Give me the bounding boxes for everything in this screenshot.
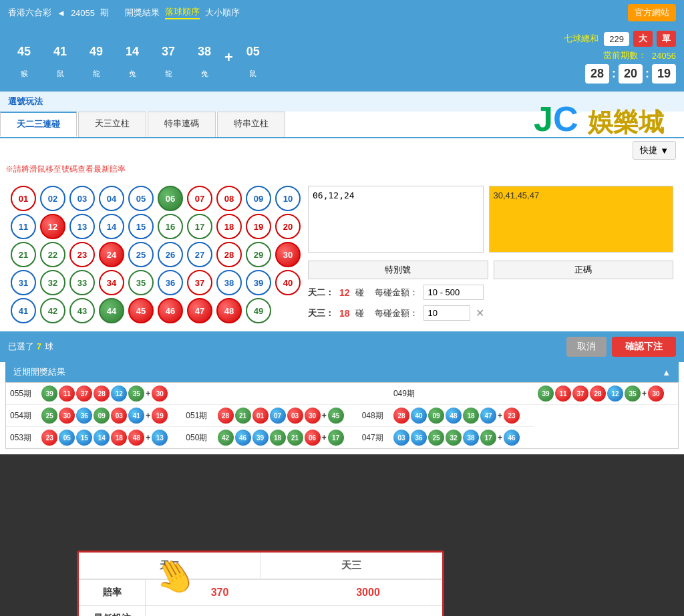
num-ball-01[interactable]: 01 bbox=[11, 186, 36, 211]
num-ball-39[interactable]: 39 bbox=[246, 270, 271, 295]
result-row-053: 053期 230515141848+13 050期 424639182106+1… bbox=[6, 427, 678, 449]
normal-box: 30,41,45,47 bbox=[489, 186, 674, 253]
num-ball-47[interactable]: 47 bbox=[187, 298, 212, 323]
num-ball-41[interactable]: 41 bbox=[11, 298, 36, 323]
tian2-amount-input[interactable] bbox=[423, 285, 484, 300]
num-ball-42[interactable]: 42 bbox=[40, 298, 65, 323]
num-ball-17[interactable]: 17 bbox=[187, 214, 212, 239]
num-ball-09[interactable]: 09 bbox=[246, 186, 271, 211]
num-ball-38[interactable]: 38 bbox=[216, 270, 242, 295]
label-row: 特別號 正碼 bbox=[308, 261, 673, 279]
num-ball-43[interactable]: 43 bbox=[69, 298, 95, 323]
r-ball-plus: 45 bbox=[328, 408, 344, 424]
popup-header-tian2: 天二 bbox=[79, 553, 261, 579]
num-ball-29[interactable]: 29 bbox=[246, 242, 271, 267]
ball-1[interactable]: 45 猴 bbox=[8, 36, 40, 79]
ball-3[interactable]: 49 龍 bbox=[80, 36, 112, 79]
num-ball-10[interactable]: 10 bbox=[275, 186, 301, 211]
quick-btn[interactable]: 快捷 ▼ bbox=[633, 141, 676, 160]
tab-tian2san[interactable]: 天二三連碰 bbox=[0, 112, 77, 137]
r-ball: 28 bbox=[393, 408, 409, 424]
tian3-amount-input[interactable] bbox=[423, 305, 470, 321]
r-ball: 36 bbox=[411, 430, 427, 446]
special-input[interactable]: 06,12,24 bbox=[308, 186, 484, 253]
num-ball-23[interactable]: 23 bbox=[69, 242, 95, 267]
num-ball-07[interactable]: 07 bbox=[187, 186, 212, 211]
num-ball-11[interactable]: 11 bbox=[11, 214, 36, 239]
tian3-clear-btn[interactable]: ✕ bbox=[476, 307, 484, 319]
num-ball-27[interactable]: 27 bbox=[187, 242, 212, 267]
num-ball-21[interactable]: 21 bbox=[11, 242, 36, 267]
ball-6[interactable]: 38 兔 bbox=[188, 36, 220, 79]
r-ball: 01 bbox=[252, 408, 269, 424]
r-ball: 07 bbox=[270, 408, 286, 424]
ball-7[interactable]: 05 鼠 bbox=[237, 36, 269, 79]
num-ball-45[interactable]: 45 bbox=[128, 298, 154, 323]
num-ball-44[interactable]: 44 bbox=[99, 298, 124, 323]
num-ball-40[interactable]: 40 bbox=[275, 270, 301, 295]
num-ball-20[interactable]: 20 bbox=[275, 214, 301, 239]
num-ball-14[interactable]: 14 bbox=[99, 214, 124, 239]
num-ball-36[interactable]: 36 bbox=[158, 270, 183, 295]
num-ball-19[interactable]: 19 bbox=[246, 214, 271, 239]
sum-label: 七球總和 bbox=[564, 33, 598, 45]
num-ball-05[interactable]: 05 bbox=[128, 186, 154, 211]
num-ball-22[interactable]: 22 bbox=[40, 242, 65, 267]
r-ball: 28 bbox=[590, 386, 606, 402]
ball-4[interactable]: 14 兔 bbox=[116, 36, 148, 79]
num-ball-08[interactable]: 08 bbox=[216, 186, 242, 211]
r-ball-plus: 19 bbox=[152, 408, 168, 424]
tian2-unit: 碰 bbox=[355, 287, 364, 299]
num-ball-16[interactable]: 16 bbox=[158, 214, 183, 239]
cancel-btn[interactable]: 取消 bbox=[566, 337, 607, 357]
confirm-btn[interactable]: 確認下注 bbox=[612, 337, 676, 357]
timer-colon-2: : bbox=[645, 67, 649, 81]
num-ball-33[interactable]: 33 bbox=[69, 270, 95, 295]
num-ball-49[interactable]: 49 bbox=[246, 298, 271, 323]
normal-label-btn[interactable]: 正碼 bbox=[494, 261, 674, 279]
blank-cell2 bbox=[214, 383, 358, 405]
nav-daxiaoshunxu[interactable]: 大小順序 bbox=[205, 7, 240, 19]
ball-5[interactable]: 37 龍 bbox=[152, 36, 184, 79]
num-ball-34[interactable]: 34 bbox=[99, 270, 124, 295]
r-ball: 32 bbox=[446, 430, 462, 446]
num-ball-15[interactable]: 15 bbox=[128, 214, 154, 239]
r-ball-plus: 30 bbox=[648, 386, 664, 402]
period-047: 047期 bbox=[358, 427, 389, 449]
r-ball: 39 bbox=[538, 386, 554, 402]
r-ball: 21 bbox=[287, 430, 303, 446]
period-num: 24055 bbox=[71, 8, 95, 18]
tab-tecshuallianma[interactable]: 特串連碼 bbox=[148, 112, 216, 137]
special-label-btn[interactable]: 特別號 bbox=[308, 261, 488, 279]
num-ball-18[interactable]: 18 bbox=[216, 214, 242, 239]
num-ball-37[interactable]: 37 bbox=[187, 270, 212, 295]
num-ball-02[interactable]: 02 bbox=[40, 186, 65, 211]
num-ball-31[interactable]: 31 bbox=[11, 270, 36, 295]
official-btn[interactable]: 官方網站 bbox=[628, 4, 676, 21]
num-ball-12[interactable]: 12 bbox=[40, 214, 65, 239]
num-ball-03[interactable]: 03 bbox=[69, 186, 95, 211]
nav-kaijiangjieguo[interactable]: 開獎結果 bbox=[125, 7, 160, 19]
num-ball-28[interactable]: 28 bbox=[216, 242, 242, 267]
tab-tian3lizhu[interactable]: 天三立柱 bbox=[78, 112, 146, 137]
period-label: 期 bbox=[100, 7, 109, 19]
nav-luoqiushunxu[interactable]: 落球順序 bbox=[165, 6, 200, 19]
num-ball-13[interactable]: 13 bbox=[69, 214, 95, 239]
num-ball-04[interactable]: 04 bbox=[99, 186, 124, 211]
r-ball: 39 bbox=[252, 430, 269, 446]
num-ball-30[interactable]: 30 bbox=[275, 242, 301, 267]
current-period: 24056 bbox=[652, 51, 676, 61]
ball-2[interactable]: 41 鼠 bbox=[44, 36, 76, 79]
tian3-row: 天三： 18 碰 每碰金額： ✕ bbox=[308, 305, 673, 321]
num-ball-06[interactable]: 06 bbox=[158, 186, 183, 211]
num-ball-25[interactable]: 25 bbox=[128, 242, 154, 267]
tab-teshulizhu[interactable]: 特串立柱 bbox=[217, 112, 285, 137]
num-ball-48[interactable]: 48 bbox=[216, 298, 242, 323]
num-ball-26[interactable]: 26 bbox=[158, 242, 183, 267]
tian2-count: 12 bbox=[339, 287, 350, 298]
num-ball-24[interactable]: 24 bbox=[99, 242, 124, 267]
results-header[interactable]: 近期開獎結果 ▲ bbox=[5, 362, 679, 382]
num-ball-46[interactable]: 46 bbox=[158, 298, 183, 323]
num-ball-35[interactable]: 35 bbox=[128, 270, 154, 295]
num-ball-32[interactable]: 32 bbox=[40, 270, 65, 295]
